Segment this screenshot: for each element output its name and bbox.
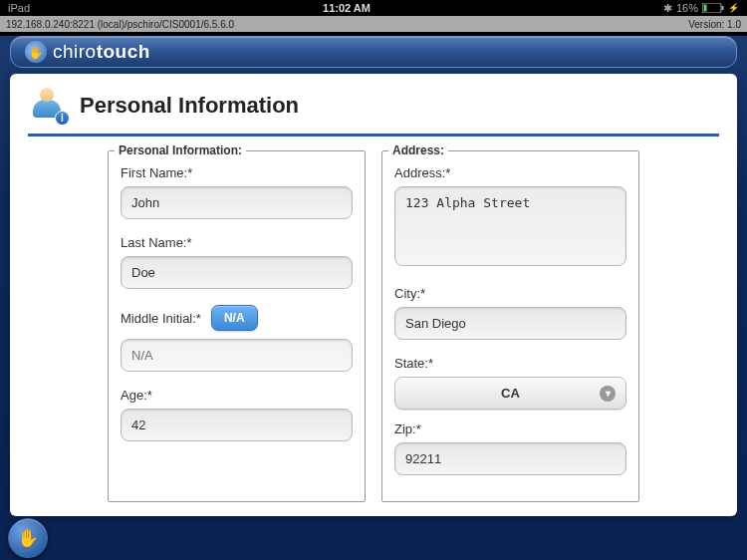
svg-rect-2 (722, 6, 724, 10)
state-label: State:* (394, 356, 626, 371)
last-name-label: Last Name:* (121, 235, 353, 250)
version-text: Version: 1.0 (688, 19, 741, 30)
person-info-icon: i (32, 88, 68, 124)
ios-status-bar: iPad 11:02 AM ✱ 16% ⚡ (0, 0, 747, 16)
url-text: 192.168.0.240:8221 (local)/pschiro/CIS00… (6, 19, 234, 30)
app-container: ✋ chirotouch i Personal Information Pers… (0, 36, 747, 560)
clock: 11:02 AM (30, 2, 663, 14)
chevron-down-icon: ▾ (600, 386, 616, 402)
first-name-input[interactable] (121, 186, 353, 219)
hand-logo-icon: ✋ (25, 41, 47, 63)
card-header: i Personal Information (28, 88, 719, 137)
city-input[interactable] (394, 307, 626, 340)
last-name-input[interactable] (121, 256, 353, 289)
middle-initial-input[interactable] (121, 339, 353, 372)
url-bar: 192.168.0.240:8221 (local)/pschiro/CIS00… (0, 16, 747, 32)
city-label: City:* (394, 286, 626, 301)
personal-legend: Personal Information: (115, 143, 246, 157)
age-input[interactable] (121, 409, 353, 441)
state-value: CA (501, 386, 520, 401)
address-input[interactable] (394, 186, 626, 266)
battery-percent: 16% (676, 2, 698, 14)
address-fieldset: Address: Address:* City:* State:* CA ▾ Z… (381, 150, 639, 502)
na-toggle-button[interactable]: N/A (211, 305, 258, 331)
battery-icon (702, 3, 724, 13)
brand-name: chirotouch (53, 41, 150, 63)
middle-initial-label: Middle Initial:* (121, 311, 201, 326)
home-hand-button[interactable]: ✋ (8, 518, 48, 558)
brand-header: ✋ chirotouch (10, 36, 737, 68)
charging-icon: ⚡ (728, 3, 739, 13)
page-title: Personal Information (80, 93, 299, 119)
personal-info-fieldset: Personal Information: First Name:* Last … (108, 150, 366, 502)
bluetooth-icon: ✱ (663, 2, 672, 15)
state-select[interactable]: CA ▾ (394, 377, 626, 410)
content-card: i Personal Information Personal Informat… (10, 74, 737, 516)
first-name-label: First Name:* (121, 165, 353, 180)
zip-label: Zip:* (394, 421, 626, 436)
svg-rect-1 (704, 5, 707, 12)
address-legend: Address: (388, 143, 448, 157)
address-label: Address:* (394, 165, 626, 180)
age-label: Age:* (121, 388, 353, 403)
zip-input[interactable] (394, 442, 626, 475)
carrier-label: iPad (8, 2, 30, 14)
